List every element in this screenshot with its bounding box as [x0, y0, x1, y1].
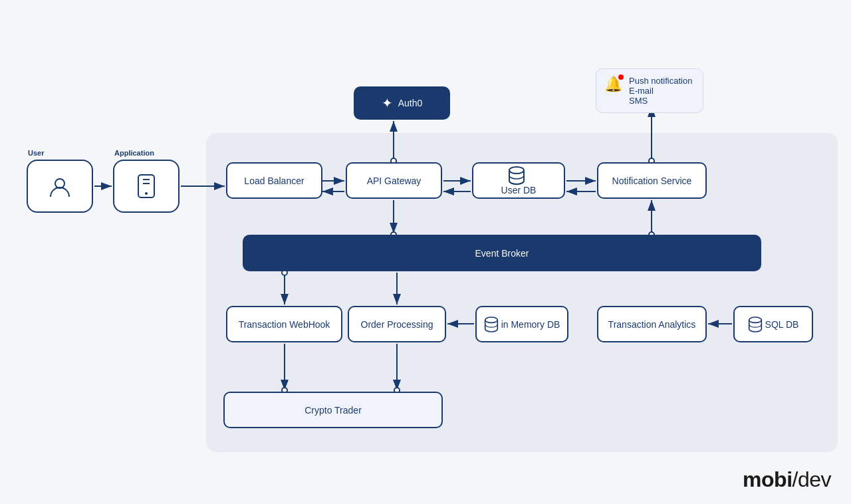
user-box: User: [27, 160, 93, 213]
load-balancer-label: Load Balancer: [244, 176, 304, 186]
auth0-box: ✦ Auth0: [354, 86, 450, 120]
notification-tooltip: 🔔 Push notification E-mail SMS: [596, 68, 703, 113]
user-db-icon: [508, 166, 525, 185]
in-memory-db-box: in Memory DB: [475, 306, 568, 342]
transaction-webhook-label: Transaction WebHook: [239, 319, 330, 330]
application-box: Application: [113, 160, 180, 213]
load-balancer-box: Load Balancer: [226, 162, 322, 199]
notif-item-1: Push notification: [629, 76, 692, 86]
user-icon: [48, 174, 72, 198]
sql-db-box: SQL DB: [733, 306, 813, 342]
mobidev-logo: mobi/dev: [743, 467, 831, 492]
user-db-label: User DB: [501, 185, 537, 195]
sql-db-label: SQL DB: [765, 319, 799, 330]
order-processing-box: Order Processing: [348, 306, 446, 342]
crypto-trader-box: Crypto Trader: [223, 392, 443, 428]
svg-point-34: [749, 317, 761, 322]
crypto-trader-label: Crypto Trader: [304, 405, 362, 416]
sql-db-icon: [748, 316, 763, 332]
transaction-analytics-label: Transaction Analytics: [608, 319, 696, 330]
transaction-analytics-box: Transaction Analytics: [597, 306, 707, 342]
auth0-label: Auth0: [398, 98, 423, 108]
in-memory-db-icon: [484, 316, 499, 332]
svg-point-32: [509, 167, 524, 174]
logo-slash: /: [792, 467, 798, 491]
notification-service-label: Notification Service: [612, 176, 692, 186]
notif-item-2: E-mail: [629, 86, 692, 96]
logo-dev: dev: [798, 467, 831, 491]
event-broker-label: Event Broker: [475, 248, 529, 259]
user-label: User: [28, 149, 44, 157]
notification-service-box: Notification Service: [597, 162, 707, 199]
svg-point-33: [485, 317, 497, 322]
application-label: Application: [114, 149, 154, 157]
event-broker-box: Event Broker: [243, 235, 761, 271]
in-memory-db-label: in Memory DB: [501, 319, 560, 330]
api-gateway-label: API Gateway: [367, 176, 422, 186]
svg-point-31: [145, 192, 148, 195]
notif-item-3: SMS: [629, 96, 692, 106]
user-db-box: User DB: [472, 162, 565, 199]
diagram-container: ✦ Auth0 🔔 Push notification E-mail SMS U…: [13, 20, 838, 472]
svg-point-27: [55, 179, 64, 188]
transaction-webhook-box: Transaction WebHook: [226, 306, 342, 342]
phone-icon: [137, 174, 156, 198]
order-processing-label: Order Processing: [361, 319, 433, 330]
api-gateway-box: API Gateway: [346, 162, 442, 199]
